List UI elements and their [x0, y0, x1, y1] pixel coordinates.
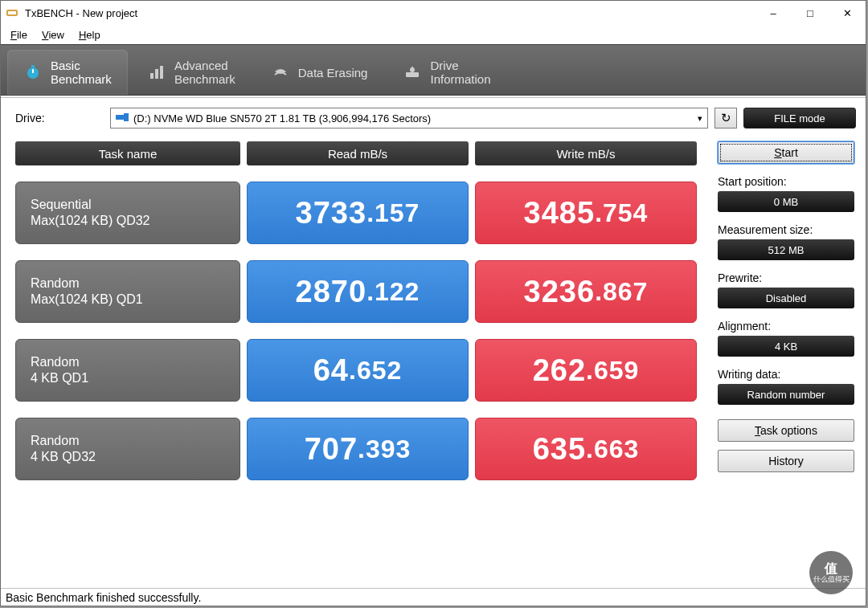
- writing-data-label: Writing data:: [718, 368, 854, 381]
- read-value[interactable]: 3733.157: [247, 182, 469, 244]
- drive-select[interactable]: (D:) NVMe WD Blue SN570 2T 1.81 TB (3,90…: [110, 108, 708, 129]
- file-mode-button[interactable]: FILE mode: [743, 108, 856, 129]
- stopwatch-icon: [23, 63, 43, 82]
- bars-icon: [147, 63, 166, 82]
- alignment-label: Alignment:: [718, 320, 854, 333]
- write-value[interactable]: 262.659: [475, 339, 697, 402]
- history-button[interactable]: History: [718, 450, 854, 472]
- minimize-button[interactable]: –: [755, 1, 792, 25]
- tab-drive-information[interactable]: DriveInformation: [387, 50, 506, 95]
- read-value[interactable]: 707.393: [247, 418, 469, 480]
- task-cell[interactable]: Random Max(1024 KB) QD1: [15, 260, 240, 323]
- app-icon: [6, 6, 18, 19]
- result-row: Random 4 KB QD32 707.393 635.663: [15, 418, 703, 480]
- tab-basic-benchmark[interactable]: BasicBenchmark: [7, 50, 128, 95]
- task-line1: Sequential: [31, 197, 225, 213]
- svg-rect-3: [31, 65, 35, 67]
- window-title: TxBENCH - New project: [25, 7, 755, 19]
- task-cell[interactable]: Sequential Max(1024 KB) QD32: [15, 182, 240, 244]
- app-window: TxBENCH - New project – □ ✕ File View He…: [0, 0, 866, 606]
- result-row: Sequential Max(1024 KB) QD32 3733.157 34…: [15, 182, 703, 244]
- header-read: Read mB/s: [247, 141, 469, 165]
- tab-data-erasing[interactable]: Data Erasing: [255, 50, 384, 95]
- titlebar: TxBENCH - New project – □ ✕: [1, 1, 866, 25]
- tab-advanced-benchmark[interactable]: AdvancedBenchmark: [131, 50, 252, 95]
- svg-rect-8: [406, 72, 419, 77]
- result-row: Random Max(1024 KB) QD1 2870.122 3236.86…: [15, 260, 703, 323]
- result-row: Random 4 KB QD1 64.652 262.659: [15, 339, 703, 402]
- refresh-icon: ↻: [721, 111, 731, 125]
- write-value[interactable]: 3236.867: [475, 260, 697, 323]
- read-value[interactable]: 64.652: [247, 339, 469, 402]
- tab-label: DriveInformation: [430, 59, 490, 86]
- chevron-down-icon: ▾: [698, 113, 702, 124]
- task-line1: Random: [31, 354, 225, 370]
- start-button[interactable]: Start: [718, 141, 854, 164]
- tab-label: AdvancedBenchmark: [174, 59, 235, 86]
- menu-file[interactable]: File: [10, 29, 27, 41]
- svg-rect-7: [160, 66, 163, 79]
- erase-icon: [271, 63, 290, 82]
- svg-rect-6: [155, 69, 158, 79]
- header-task: Task name: [15, 141, 240, 165]
- menu-view[interactable]: View: [42, 29, 64, 41]
- write-value[interactable]: 3485.754: [475, 182, 697, 244]
- start-position-value[interactable]: 0 MB: [718, 191, 854, 212]
- maximize-button[interactable]: □: [792, 1, 829, 25]
- svg-rect-10: [411, 67, 413, 69]
- task-line2: Max(1024 KB) QD32: [31, 213, 225, 229]
- task-line2: 4 KB QD32: [31, 449, 225, 465]
- tabbar: BasicBenchmark AdvancedBenchmark Data Er…: [1, 44, 866, 96]
- write-value[interactable]: 635.663: [475, 418, 697, 480]
- task-options-button[interactable]: Task options: [718, 419, 854, 442]
- tab-label: BasicBenchmark: [51, 59, 112, 86]
- close-button[interactable]: ✕: [829, 1, 866, 25]
- writing-data-value[interactable]: Random number: [718, 384, 854, 405]
- results-area: Task name Read mB/s Write mB/s Sequentia…: [15, 141, 703, 580]
- menu-help[interactable]: Help: [79, 29, 100, 41]
- read-value[interactable]: 2870.122: [247, 260, 469, 323]
- status-text: Basic Benchmark finished successfully.: [6, 591, 201, 604]
- measurement-size-label: Measurement size:: [718, 223, 854, 236]
- prewrite-value[interactable]: Disabled: [718, 288, 854, 308]
- side-panel: Start Start position: 0 MB Measurement s…: [718, 141, 854, 472]
- watermark-badge: 值 什么值得买: [809, 551, 853, 594]
- drive-icon: [403, 63, 422, 82]
- svg-rect-5: [150, 73, 154, 79]
- content-panel: Drive: (D:) NVMe WD Blue SN570 2T 1.81 T…: [1, 97, 866, 588]
- alignment-value[interactable]: 4 KB: [718, 336, 854, 357]
- watermark-bottom: 什么值得买: [813, 576, 850, 584]
- results-header-row: Task name Read mB/s Write mB/s: [15, 141, 703, 165]
- drive-icon: [116, 112, 129, 124]
- task-line2: Max(1024 KB) QD1: [31, 292, 225, 308]
- task-cell[interactable]: Random 4 KB QD32: [15, 418, 240, 480]
- watermark-top: 值: [825, 561, 837, 576]
- menubar: File View Help: [1, 25, 866, 44]
- drive-label: Drive:: [15, 112, 104, 124]
- drive-selected-text: (D:) NVMe WD Blue SN570 2T 1.81 TB (3,90…: [133, 112, 431, 124]
- window-buttons: – □ ✕: [755, 1, 866, 25]
- header-write: Write mB/s: [475, 141, 697, 165]
- statusbar: Basic Benchmark finished successfully.: [1, 588, 866, 606]
- svg-rect-12: [124, 113, 129, 121]
- task-cell[interactable]: Random 4 KB QD1: [15, 339, 240, 402]
- tab-label: Data Erasing: [298, 66, 368, 80]
- task-line1: Random: [31, 433, 225, 449]
- drive-row: Drive: (D:) NVMe WD Blue SN570 2T 1.81 T…: [15, 108, 856, 129]
- refresh-button[interactable]: ↻: [714, 108, 737, 129]
- svg-rect-1: [8, 11, 16, 14]
- measurement-size-value[interactable]: 512 MB: [718, 239, 854, 260]
- task-line2: 4 KB QD1: [31, 370, 225, 386]
- prewrite-label: Prewrite:: [718, 271, 854, 284]
- task-line1: Random: [31, 275, 225, 292]
- start-position-label: Start position:: [718, 175, 854, 188]
